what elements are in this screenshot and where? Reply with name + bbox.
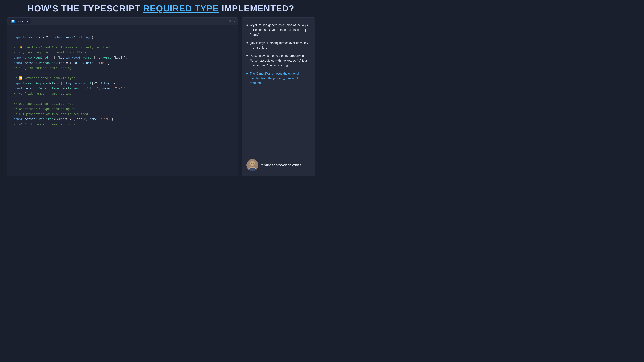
bullet-list: keyof Person generates a union of the ke…: [246, 23, 310, 152]
code-line-blank: [14, 96, 231, 102]
tab-bar: TS required.ts − □ ×: [7, 17, 238, 25]
list-item: The -? modifier removes the optional mod…: [246, 71, 310, 85]
author-link: timdeschryver.dev/bits: [262, 163, 301, 167]
page-title: HOW'S THE TYPESCRIPT REQUIRED TYPE IMPLE…: [28, 3, 294, 13]
editor-body: type Person = { id?: number, name?: stri…: [7, 25, 238, 176]
avatar-image: [246, 159, 258, 171]
code-line: // ^? { id: number; name: string }: [14, 65, 231, 71]
code-line: const person: GenericRequired<Person> = …: [14, 86, 231, 91]
author-section: timdeschryver.dev/bits: [246, 156, 310, 171]
main-content: TS required.ts − □ × type Person = { id?…: [7, 17, 315, 176]
bullet-dot: [246, 42, 248, 43]
code-line: // ^? { id: number, name: string }: [14, 122, 231, 127]
inline-code: -?: [256, 72, 258, 75]
maximize-button[interactable]: □: [228, 20, 231, 23]
list-item: [key in keyof Person] iterates over each…: [246, 41, 310, 50]
bullet-dot: [246, 24, 248, 26]
bullet-text: keyof Person generates a union of the ke…: [250, 23, 310, 37]
inline-code: keyof Person: [250, 23, 267, 27]
code-line-blank: [14, 71, 231, 76]
info-panel: keyof Person generates a union of the ke…: [242, 17, 315, 176]
code-line: type PersonRequired = { [key in keyof Pe…: [14, 55, 231, 60]
typescript-icon: TS: [11, 19, 14, 23]
code-line: type Person = { id?: number, name?: stri…: [14, 35, 231, 40]
window-controls: − □ ×: [223, 20, 236, 23]
list-item: keyof Person generates a union of the ke…: [246, 23, 310, 37]
minimize-button[interactable]: −: [223, 20, 226, 23]
code-line: // (by removing the optional ? modifier): [14, 50, 231, 55]
inline-code: [key in keyof Person]: [250, 41, 278, 44]
code-line: // Use the built-in Required Type:: [14, 101, 231, 107]
code-line: const person: PersonRequired = { id: 3, …: [14, 60, 231, 66]
code-line: // ✨ Use the -? modifuer to make a prope…: [14, 45, 231, 50]
bullet-dot: [246, 73, 248, 74]
editor-tab[interactable]: TS required.ts: [8, 18, 30, 24]
inline-code: Person[key]: [250, 54, 266, 57]
bullet-text: Person[key] is the type of the property …: [250, 54, 310, 68]
code-line: // all properties of Type set to require…: [14, 112, 231, 117]
code-line: // 🔁 Refactor into a generic type: [14, 76, 231, 81]
code-line: type GenericRequired<T> = { [key in keyo…: [14, 81, 231, 86]
bullet-text: The -? modifier removes the optional mod…: [250, 71, 310, 85]
code-line: const person: Required<Person> = { id: 3…: [14, 117, 231, 122]
list-item: Person[key] is the type of the property …: [246, 54, 310, 68]
svg-point-2: [250, 161, 255, 166]
code-line-blank: [14, 40, 231, 45]
close-button[interactable]: ×: [233, 20, 236, 23]
bullet-text: [key in keyof Person] iterates over each…: [250, 41, 310, 50]
bullet-dot: [246, 55, 248, 56]
code-line: // ^? { id: number; name: string }: [14, 91, 231, 96]
code-line-blank: [14, 30, 231, 35]
avatar: [246, 159, 258, 171]
tab-filename: required.ts: [16, 20, 28, 23]
editor-panel: TS required.ts − □ × type Person = { id?…: [7, 17, 238, 176]
code-line: // Constructs a type consisting of: [14, 107, 231, 112]
